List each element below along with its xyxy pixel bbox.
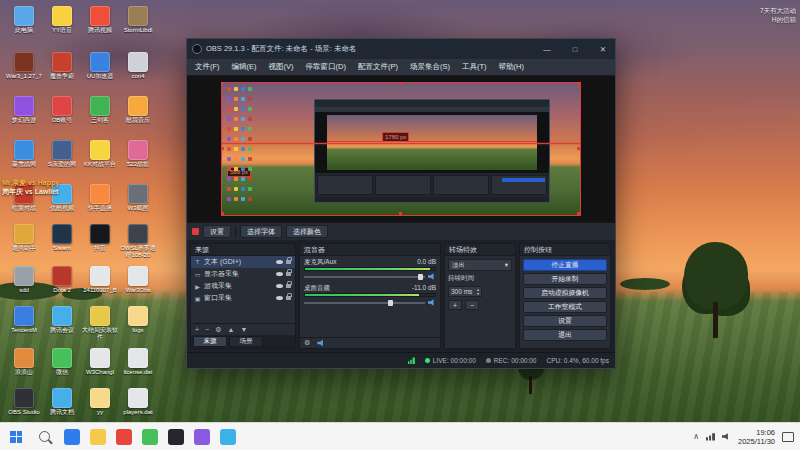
desktop-icon[interactable]: 此电脑 [6, 6, 42, 34]
volume-slider[interactable] [304, 298, 436, 307]
crop-handle[interactable] [221, 82, 224, 85]
desktop-icon[interactable]: KK对战平台 [82, 140, 118, 168]
desktop-icon[interactable]: players.dat [120, 388, 156, 416]
maximize-button[interactable]: □ [563, 39, 587, 59]
menu-item[interactable]: 帮助(H) [493, 59, 530, 75]
desktop-icon[interactable]: 快手直播 [82, 184, 118, 212]
source-row[interactable]: ▶游戏采集 [191, 280, 295, 292]
taskbar-app-game[interactable] [190, 425, 214, 449]
desktop-icon[interactable]: 抖音 [82, 224, 118, 252]
lock-icon[interactable] [286, 272, 291, 276]
desktop-icon[interactable]: 梦幻西游 [6, 96, 42, 124]
minimize-button[interactable]: — [535, 39, 559, 59]
desktop-icon[interactable]: license.dat [120, 348, 156, 376]
control-button[interactable]: 开始录制 [523, 273, 607, 285]
control-button[interactable]: 停止直播 [523, 259, 607, 271]
remove-transition-button[interactable]: − [465, 300, 479, 310]
source-row[interactable]: ▣窗口采集 [191, 292, 295, 304]
crop-handle[interactable] [577, 147, 580, 150]
lock-icon[interactable] [286, 260, 291, 264]
slider-handle[interactable] [418, 274, 423, 280]
visibility-eye-icon[interactable] [276, 296, 283, 300]
control-button[interactable]: 设置 [523, 315, 607, 327]
speaker-icon[interactable] [428, 273, 436, 281]
obs-titlebar[interactable]: OBS 29.1.3 - 配置文件: 未命名 - 场景: 未命名 — □ ✕ [187, 39, 615, 59]
crop-handle[interactable] [221, 147, 224, 150]
slider-handle[interactable] [388, 300, 393, 306]
desktop-icon[interactable]: 三剑客 [82, 96, 118, 124]
crop-guide-line[interactable] [222, 143, 580, 144]
crop-handle[interactable] [221, 212, 224, 215]
move-source-up-button[interactable]: ▲ [227, 326, 234, 333]
taskbar-app-edge[interactable] [60, 425, 84, 449]
taskbar-app-file-explorer[interactable] [86, 425, 110, 449]
desktop-icon[interactable]: 腾讯文档 [44, 388, 80, 416]
taskbar-app-browser[interactable] [216, 425, 240, 449]
select-font-button[interactable]: 选择字体 [240, 225, 282, 238]
desktop-icon[interactable]: 522战歌 [120, 140, 156, 168]
select-color-button[interactable]: 选择颜色 [286, 225, 328, 238]
menu-item[interactable]: 工具(T) [456, 59, 493, 75]
visibility-eye-icon[interactable] [276, 272, 283, 276]
crop-handle[interactable] [577, 82, 580, 85]
dock-tab[interactable]: 场景 [229, 336, 263, 347]
mixer-gear-icon[interactable]: ⚙ [304, 339, 310, 347]
lock-icon[interactable] [286, 284, 291, 288]
desktop-icon[interactable]: logs [120, 306, 156, 334]
taskbar-clock[interactable]: 19:06 2025/11/30 [738, 428, 775, 446]
control-button[interactable]: 退出 [523, 329, 607, 341]
taskbar-app-obs[interactable] [164, 425, 188, 449]
desktop-icon[interactable]: Dota 2 [44, 266, 80, 294]
desktop-icon[interactable]: OBS Studio [6, 388, 42, 416]
taskbar-app-chrome[interactable] [112, 425, 136, 449]
network-icon[interactable] [706, 433, 715, 441]
menu-item[interactable]: 编辑(E) [226, 59, 263, 75]
crop-handle[interactable] [399, 212, 402, 215]
desktop-icon[interactable]: 大结局安装软件 [82, 306, 118, 340]
desktop-icon[interactable]: 腾讯视频 [82, 6, 118, 34]
source-row[interactable]: T文本 (GDI+) [191, 256, 295, 268]
lock-icon[interactable] [286, 296, 291, 300]
desktop-icon[interactable]: OB账号 [44, 96, 80, 124]
menu-item[interactable]: 场景集合(S) [404, 59, 456, 75]
tray-expand-chevron-icon[interactable]: ∧ [693, 432, 699, 441]
desktop-icon[interactable]: UU加速器 [82, 52, 118, 80]
control-button[interactable]: 工作室模式 [523, 301, 607, 313]
desktop-icon[interactable]: yy [82, 388, 118, 416]
desktop-icon[interactable]: Steam [44, 224, 80, 252]
volume-slider[interactable] [304, 272, 436, 281]
crop-handle[interactable] [577, 212, 580, 215]
visibility-eye-icon[interactable] [276, 260, 283, 264]
duration-spinbox[interactable]: 300 ms ▴▾ [448, 286, 482, 297]
desktop-icon[interactable]: StormLibdl [120, 6, 156, 34]
desktop-icon[interactable]: 微信 [44, 348, 80, 376]
source-row[interactable]: ▭显示器采集 [191, 268, 295, 280]
source-properties-gear-icon[interactable]: ⚙ [215, 326, 221, 334]
move-source-down-button[interactable]: ▼ [240, 326, 247, 333]
desktop-icon[interactable]: W3截图 [120, 184, 156, 212]
desktop-icon[interactable]: 魔兽争霸 [44, 52, 80, 80]
speaker-icon[interactable] [428, 299, 436, 307]
desktop-icon[interactable]: 酷我音乐 [120, 96, 156, 124]
source-settings-button[interactable]: 设置 [203, 225, 231, 238]
close-button[interactable]: ✕ [591, 39, 615, 59]
menu-item[interactable]: 配置文件(P) [352, 59, 404, 75]
add-source-button[interactable]: + [195, 326, 199, 333]
mixer-speaker-icon[interactable] [317, 339, 325, 347]
desktop-icon[interactable]: War3Obs [120, 266, 156, 294]
desktop-icon[interactable]: TencentM [6, 306, 42, 334]
action-center-icon[interactable] [782, 432, 794, 442]
taskbar-app-wechat[interactable] [138, 425, 162, 449]
transition-select[interactable]: 淡出 ▾ [448, 259, 512, 271]
desktop-icon[interactable]: YY语音 [44, 6, 80, 34]
desktop-icon[interactable]: 24110307_B [82, 266, 118, 294]
menu-item[interactable]: 文件(F) [189, 59, 226, 75]
desktop-icon[interactable]: 暴雪战网 [6, 140, 42, 168]
desktop-icon[interactable]: 腾讯会议 [44, 306, 80, 334]
crop-handle[interactable] [399, 82, 402, 85]
dock-tab[interactable]: 来源 [193, 336, 227, 347]
control-button[interactable]: 启动虚拟摄像机 [523, 287, 607, 299]
desktop-icon[interactable]: 浪浪山 [6, 348, 42, 376]
desktop-icon[interactable]: 通灵助手 [6, 224, 42, 252]
desktop-icon[interactable]: sdd [6, 266, 42, 294]
